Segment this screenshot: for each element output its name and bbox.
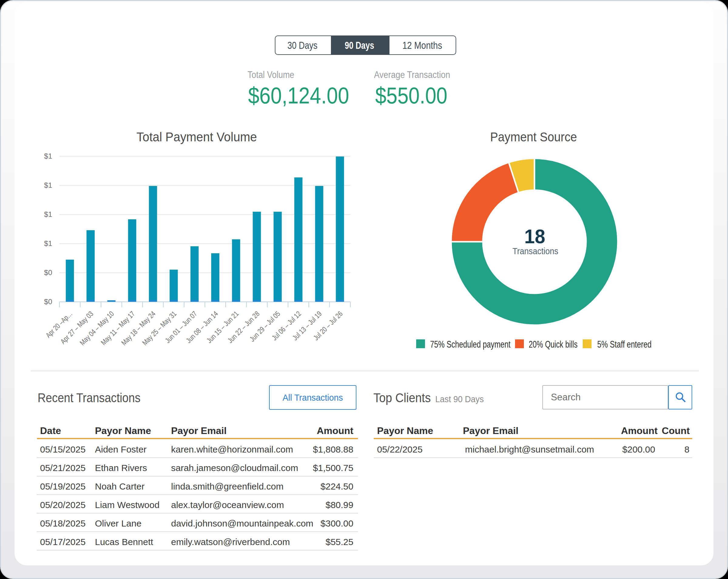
svg-text:$1: $1: [44, 152, 52, 160]
svg-text:Average Transaction: Average Transaction: [374, 70, 450, 80]
svg-text:Last 90 Days: Last 90 Days: [435, 394, 484, 404]
svg-text:90 Days: 90 Days: [345, 40, 374, 51]
svg-text:Top Clients: Top Clients: [373, 391, 431, 405]
svg-text:Total Volume: Total Volume: [248, 70, 294, 80]
svg-text:5% Staff entered: 5% Staff entered: [597, 339, 652, 350]
svg-text:30 Days: 30 Days: [288, 40, 318, 51]
svg-text:Transactions: Transactions: [513, 246, 558, 256]
svg-text:12 Months: 12 Months: [402, 40, 442, 51]
svg-text:18: 18: [524, 225, 545, 247]
svg-text:20% Quick bills: 20% Quick bills: [529, 339, 577, 350]
svg-text:Recent Transactions: Recent Transactions: [37, 391, 140, 405]
svg-text:$550.00: $550.00: [375, 82, 447, 108]
svg-text:75% Scheduled payment: 75% Scheduled payment: [430, 339, 511, 350]
svg-text:Total Payment Volume: Total Payment Volume: [136, 130, 257, 144]
svg-text:$1: $1: [44, 210, 52, 218]
svg-text:Payment Source: Payment Source: [490, 130, 577, 144]
svg-text:$0: $0: [44, 268, 52, 277]
svg-text:$1: $1: [44, 181, 52, 189]
svg-text:$1: $1: [44, 239, 52, 247]
svg-text:$0: $0: [44, 297, 52, 306]
svg-text:$60,124.00: $60,124.00: [248, 82, 349, 108]
